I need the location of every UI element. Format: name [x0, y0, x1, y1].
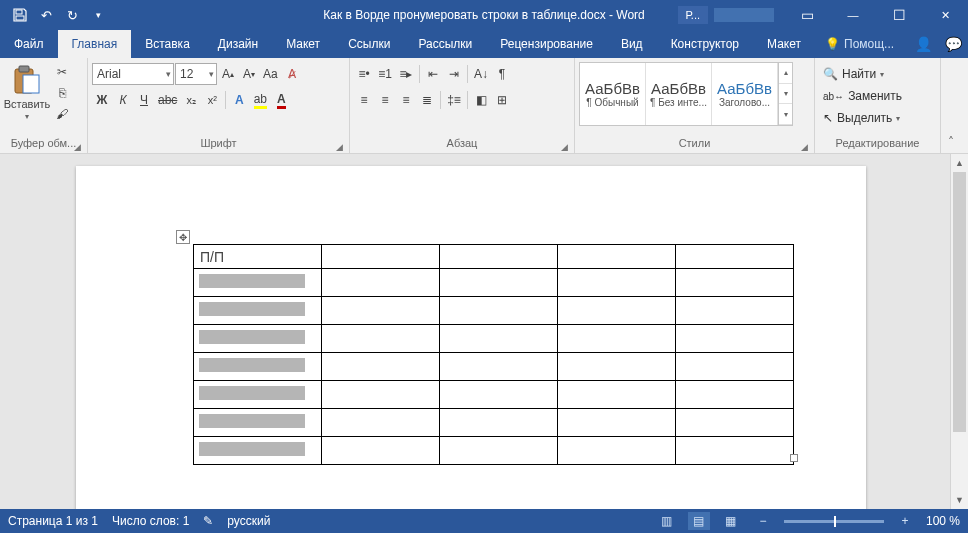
font-color-icon[interactable]: A: [271, 90, 291, 110]
table-move-handle-icon[interactable]: ✥: [176, 230, 190, 244]
vertical-scrollbar[interactable]: ▲ ▼: [950, 154, 968, 509]
format-painter-icon[interactable]: 🖌: [52, 104, 72, 124]
find-button[interactable]: 🔍Найти▾: [819, 64, 906, 84]
line-spacing-icon[interactable]: ‡≡: [444, 90, 464, 110]
table-cell[interactable]: [676, 245, 794, 269]
text-effects-icon[interactable]: A: [229, 90, 249, 110]
tab-review[interactable]: Рецензирование: [486, 30, 607, 58]
dialog-launcher-icon[interactable]: ◢: [801, 142, 808, 152]
scroll-down-icon[interactable]: ▼: [951, 491, 968, 509]
font-name-combo[interactable]: Arial: [92, 63, 174, 85]
document-table[interactable]: П/П: [193, 244, 794, 465]
zoom-slider[interactable]: [784, 520, 884, 523]
subscript-button[interactable]: x₂: [181, 90, 201, 110]
table-cell[interactable]: [194, 297, 322, 325]
tab-view[interactable]: Вид: [607, 30, 657, 58]
zoom-value[interactable]: 100 %: [926, 514, 960, 528]
tab-home[interactable]: Главная: [58, 30, 132, 58]
zoom-in-icon[interactable]: +: [894, 512, 916, 530]
word-count[interactable]: Число слов: 1: [112, 514, 189, 528]
table-cell[interactable]: [194, 325, 322, 353]
table-cell[interactable]: [194, 409, 322, 437]
shading-icon[interactable]: ◧: [471, 90, 491, 110]
style-heading1[interactable]: АаБбВв Заголово...: [712, 63, 778, 125]
page-count[interactable]: Страница 1 из 1: [8, 514, 98, 528]
tab-design[interactable]: Дизайн: [204, 30, 272, 58]
bullets-icon[interactable]: ≡•: [354, 64, 374, 84]
table-cell[interactable]: [322, 245, 440, 269]
indent-icon[interactable]: ⇥: [444, 64, 464, 84]
table-cell[interactable]: [440, 245, 558, 269]
tab-layout[interactable]: Макет: [272, 30, 334, 58]
page[interactable]: ✥ П/П: [76, 166, 866, 509]
tab-file[interactable]: Файл: [0, 30, 58, 58]
justify-icon[interactable]: ≣: [417, 90, 437, 110]
undo-icon[interactable]: ↶: [34, 3, 58, 27]
copy-icon[interactable]: ⎘: [52, 83, 72, 103]
table-resize-handle-icon[interactable]: [790, 454, 798, 462]
shrink-font-icon[interactable]: A▾: [239, 64, 259, 84]
multilevel-icon[interactable]: ≡▸: [396, 64, 416, 84]
minimize-icon[interactable]: —: [830, 0, 876, 30]
tell-me[interactable]: 💡Помощ...: [815, 30, 904, 58]
clear-format-icon[interactable]: A̷: [282, 64, 302, 84]
comments-icon[interactable]: 💬: [938, 36, 968, 52]
dialog-launcher-icon[interactable]: ◢: [74, 142, 81, 152]
font-size-combo[interactable]: 12: [175, 63, 217, 85]
dialog-launcher-icon[interactable]: ◢: [336, 142, 343, 152]
tab-table-design[interactable]: Конструктор: [657, 30, 753, 58]
dialog-launcher-icon[interactable]: ◢: [561, 142, 568, 152]
numbering-icon[interactable]: ≡1: [375, 64, 395, 84]
table-cell[interactable]: [194, 353, 322, 381]
table-cell[interactable]: [194, 437, 322, 465]
italic-button[interactable]: К: [113, 90, 133, 110]
spellcheck-icon[interactable]: ✎: [203, 514, 213, 528]
user-badge[interactable]: Р...: [678, 6, 708, 24]
qat-more-icon[interactable]: ▾: [86, 3, 110, 27]
change-case-button[interactable]: Aa: [260, 64, 281, 84]
sort-icon[interactable]: A↓: [471, 64, 491, 84]
select-button[interactable]: ↖Выделить▾: [819, 108, 906, 128]
ribbon-options-icon[interactable]: ▭: [784, 0, 830, 30]
superscript-button[interactable]: x²: [202, 90, 222, 110]
save-icon[interactable]: [8, 3, 32, 27]
tab-mailings[interactable]: Рассылки: [404, 30, 486, 58]
tab-references[interactable]: Ссылки: [334, 30, 404, 58]
tab-table-layout[interactable]: Макет: [753, 30, 815, 58]
style-normal[interactable]: АаБбВв ¶ Обычный: [580, 63, 646, 125]
header-cell[interactable]: П/П: [194, 245, 322, 269]
tab-insert[interactable]: Вставка: [131, 30, 204, 58]
show-marks-icon[interactable]: ¶: [492, 64, 512, 84]
paste-button[interactable]: Вставить ▾: [4, 60, 50, 121]
zoom-out-icon[interactable]: −: [752, 512, 774, 530]
web-layout-icon[interactable]: ▦: [720, 512, 742, 530]
read-mode-icon[interactable]: ▥: [656, 512, 678, 530]
borders-icon[interactable]: ⊞: [492, 90, 512, 110]
language-button[interactable]: русский: [227, 514, 270, 528]
collapse-ribbon-icon[interactable]: ˄: [941, 58, 961, 153]
scroll-up-icon[interactable]: ▲: [951, 154, 968, 172]
grow-font-icon[interactable]: A▴: [218, 64, 238, 84]
highlight-icon[interactable]: ab: [250, 90, 270, 110]
scroll-thumb[interactable]: [953, 172, 966, 432]
bold-button[interactable]: Ж: [92, 90, 112, 110]
replace-button[interactable]: ab↔Заменить: [819, 86, 906, 106]
style-no-spacing[interactable]: АаБбВв ¶ Без инте...: [646, 63, 712, 125]
maximize-icon[interactable]: ☐: [876, 0, 922, 30]
close-icon[interactable]: ✕: [922, 0, 968, 30]
gallery-more[interactable]: ▴▾▾: [778, 63, 792, 125]
table-cell[interactable]: [194, 381, 322, 409]
table-cell[interactable]: [558, 245, 676, 269]
table-cell[interactable]: [194, 269, 322, 297]
style-gallery[interactable]: АаБбВв ¶ Обычный АаБбВв ¶ Без инте... Аа…: [579, 62, 793, 126]
redo-icon[interactable]: ↻: [60, 3, 84, 27]
print-layout-icon[interactable]: ▤: [688, 512, 710, 530]
outdent-icon[interactable]: ⇤: [423, 64, 443, 84]
align-center-icon[interactable]: ≡: [375, 90, 395, 110]
cut-icon[interactable]: ✂: [52, 62, 72, 82]
strike-button[interactable]: abc: [155, 90, 180, 110]
align-right-icon[interactable]: ≡: [396, 90, 416, 110]
share-icon[interactable]: 👤: [908, 36, 938, 52]
underline-button[interactable]: Ч: [134, 90, 154, 110]
align-left-icon[interactable]: ≡: [354, 90, 374, 110]
